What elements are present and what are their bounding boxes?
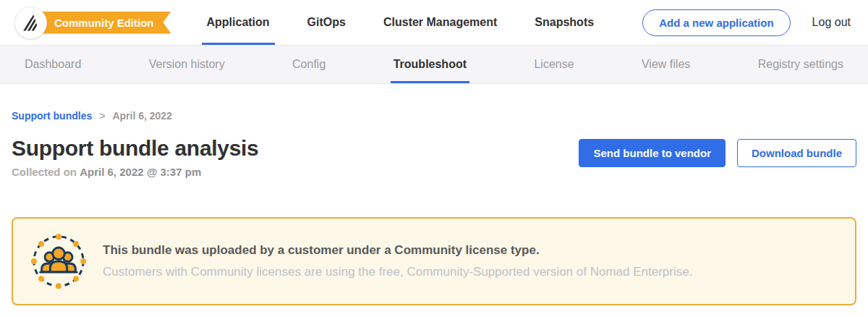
collected-date: April 6, 2022 @ 3:37 pm <box>80 166 201 178</box>
top-navbar: Community Edition Application GitOps Clu… <box>0 0 868 45</box>
breadcrumb: Support bundles > April 6, 2022 <box>12 110 856 122</box>
logo-glyph <box>21 13 41 33</box>
title-row: Support bundle analysis Collected on Apr… <box>12 136 856 178</box>
alert-subtitle: Customers with Community licenses are us… <box>103 265 692 279</box>
breadcrumb-separator: > <box>99 110 105 122</box>
page-title: Support bundle analysis <box>12 136 258 160</box>
app-subnav: Dashboard Version history Config Trouble… <box>0 45 868 84</box>
subnav-item-registry-settings[interactable]: Registry settings <box>755 46 846 83</box>
title-block: Support bundle analysis Collected on Apr… <box>12 136 258 178</box>
subnav-item-config[interactable]: Config <box>289 46 328 83</box>
tab-snapshots[interactable]: Snapshots <box>529 0 599 45</box>
breadcrumb-support-bundles-link[interactable]: Support bundles <box>12 110 92 122</box>
tab-gitops[interactable]: GitOps <box>302 0 351 45</box>
topnav-right: Add a new application Log out <box>642 9 851 36</box>
subnav-item-troubleshoot[interactable]: Troubleshoot <box>391 46 469 83</box>
main-content: Support bundles > April 6, 2022 Support … <box>0 110 868 305</box>
community-edition-badge: Community Edition <box>35 12 171 34</box>
subnav-item-dashboard[interactable]: Dashboard <box>22 46 84 83</box>
alert-text: This bundle was uploaded by a customer u… <box>103 243 692 279</box>
primary-nav: Application GitOps Cluster Management Sn… <box>202 0 600 45</box>
alert-title: This bundle was uploaded by a customer u… <box>103 243 692 258</box>
community-members-icon <box>30 233 87 289</box>
bundle-actions: Send bundle to vendor Download bundle <box>579 139 856 167</box>
send-bundle-to-vendor-button[interactable]: Send bundle to vendor <box>579 139 726 167</box>
collected-prefix: Collected on <box>12 166 77 178</box>
brand: Community Edition <box>14 7 171 39</box>
collected-line: Collected on April 6, 2022 @ 3:37 pm <box>12 166 258 178</box>
add-new-application-button[interactable]: Add a new application <box>642 9 790 36</box>
subnav-item-version-history[interactable]: Version history <box>146 46 228 83</box>
download-bundle-button[interactable]: Download bundle <box>737 139 856 167</box>
log-out-link[interactable]: Log out <box>812 16 851 29</box>
community-license-alert: This bundle was uploaded by a customer u… <box>12 217 856 305</box>
tab-cluster-management[interactable]: Cluster Management <box>378 0 502 45</box>
tab-application[interactable]: Application <box>202 0 275 45</box>
breadcrumb-current: April 6, 2022 <box>112 110 172 122</box>
replicated-logo-icon[interactable] <box>14 7 47 39</box>
subnav-item-view-files[interactable]: View files <box>639 46 693 83</box>
subnav-item-license[interactable]: License <box>531 46 576 83</box>
